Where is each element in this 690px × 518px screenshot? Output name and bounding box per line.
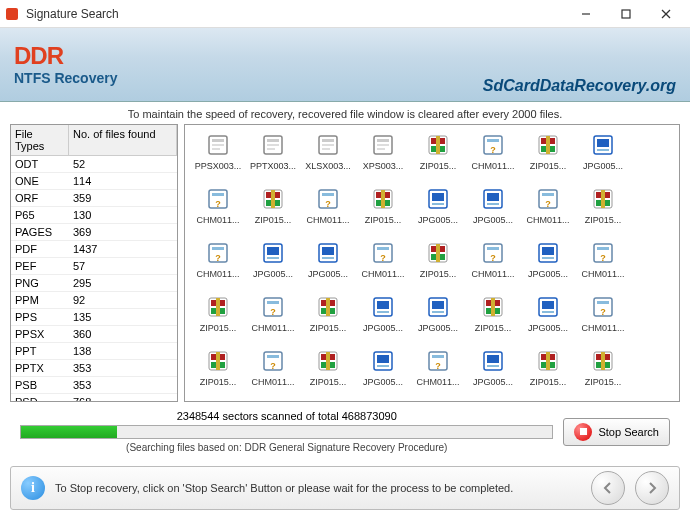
file-item[interactable]: ZIP015...	[246, 185, 300, 235]
chm-file-icon: ?	[369, 239, 397, 267]
file-label: JPG005...	[356, 377, 410, 387]
file-item[interactable]: JPG005...	[301, 239, 355, 289]
file-item[interactable]: JPG005...	[576, 131, 630, 181]
file-type-row[interactable]: PPS135	[11, 309, 177, 326]
file-item[interactable]: ZIP015...	[411, 239, 465, 289]
file-label: JPG005...	[521, 269, 575, 279]
file-item[interactable]: ZIP015...	[466, 293, 520, 343]
file-item[interactable]: ?CHM011...	[466, 131, 520, 181]
svg-rect-67	[267, 257, 279, 259]
file-item[interactable]: ?CHM011...	[356, 239, 410, 289]
file-item[interactable]: XPS003...	[356, 131, 410, 181]
file-item[interactable]: ZIP015...	[356, 185, 410, 235]
file-type-row[interactable]: P65130	[11, 207, 177, 224]
file-count-cell: 369	[69, 224, 177, 240]
file-item[interactable]: ZIP015...	[411, 131, 465, 181]
file-count-cell: 359	[69, 190, 177, 206]
file-item[interactable]: ZIP015...	[576, 347, 630, 397]
svg-rect-26	[487, 139, 499, 142]
back-button[interactable]	[591, 471, 625, 505]
file-item[interactable]: JPG005...	[466, 347, 520, 397]
file-type-row[interactable]: PPSX360	[11, 326, 177, 343]
file-item[interactable]: ?CHM011...	[411, 347, 465, 397]
file-type-row[interactable]: ODT52	[11, 156, 177, 173]
zip-file-icon	[589, 347, 617, 375]
file-item[interactable]: JPG005...	[521, 239, 575, 289]
file-types-panel[interactable]: File Types No. of files found ODT52ONE11…	[10, 124, 178, 402]
progress-text: 2348544 sectors scanned of total 4688730…	[20, 410, 553, 422]
file-label: ZIP015...	[191, 323, 245, 333]
file-item[interactable]: JPG005...	[301, 401, 355, 402]
svg-rect-82	[542, 247, 554, 255]
file-item[interactable]: ZIP015...	[191, 293, 245, 343]
file-label: ZIP015...	[356, 215, 410, 225]
file-type-row[interactable]: ORF359	[11, 190, 177, 207]
file-item[interactable]: PPSX003...	[191, 131, 245, 181]
file-item[interactable]: ZIP015...	[576, 185, 630, 235]
chm-file-icon: ?	[534, 185, 562, 213]
file-count-cell: 114	[69, 173, 177, 189]
file-count-cell: 768	[69, 394, 177, 402]
info-line: To maintain the speed of recovery, recov…	[10, 108, 680, 120]
file-item[interactable]: ZIP015...	[191, 347, 245, 397]
svg-rect-8	[212, 148, 220, 150]
file-item[interactable]: JPG005...	[356, 293, 410, 343]
file-item[interactable]: JPG005...	[466, 185, 520, 235]
file-type-row[interactable]: PPT138	[11, 343, 177, 360]
file-item[interactable]: ?CHM011...	[246, 347, 300, 397]
file-item[interactable]: ?CHM011...	[521, 185, 575, 235]
file-type-row[interactable]: PDF1437	[11, 241, 177, 258]
file-label: JPG005...	[576, 161, 630, 171]
file-item[interactable]: JPG005...	[191, 401, 245, 402]
file-item[interactable]: JPG005...	[411, 293, 465, 343]
svg-text:?: ?	[490, 145, 496, 155]
file-item[interactable]: ?CHM011...	[191, 185, 245, 235]
file-item[interactable]: JPG005...	[576, 401, 630, 402]
file-item[interactable]: ZIP015...	[521, 347, 575, 397]
jpg-file-icon	[479, 185, 507, 213]
file-type-cell: P65	[11, 207, 69, 223]
file-item[interactable]: ?CHM011...	[301, 185, 355, 235]
file-item[interactable]: ?CHM011...	[246, 293, 300, 343]
file-item[interactable]: ?CHM011...	[466, 401, 520, 402]
file-type-row[interactable]: PAGES369	[11, 224, 177, 241]
file-item[interactable]: ZIP015...	[411, 401, 465, 402]
file-item[interactable]: ZIP015...	[521, 401, 575, 402]
minimize-button[interactable]	[566, 0, 606, 28]
stop-search-button[interactable]: Stop Search	[563, 418, 670, 446]
file-item[interactable]: ?CHM011...	[191, 239, 245, 289]
file-type-row[interactable]: ONE114	[11, 173, 177, 190]
file-item[interactable]: JPG005...	[411, 185, 465, 235]
file-item[interactable]: ?CHM011...	[356, 401, 410, 402]
files-panel[interactable]: PPSX003...PPTX003...XLSX003...XPS003...Z…	[184, 124, 680, 402]
close-button[interactable]	[646, 0, 686, 28]
jpg-file-icon	[259, 239, 287, 267]
file-type-row[interactable]: PSB353	[11, 377, 177, 394]
file-type-row[interactable]: PPTX353	[11, 360, 177, 377]
file-item[interactable]: JPG005...	[246, 239, 300, 289]
file-item[interactable]: ZIP015...	[521, 131, 575, 181]
zip-file-icon	[204, 347, 232, 375]
file-item[interactable]: XLSX003...	[301, 131, 355, 181]
maximize-button[interactable]	[606, 0, 646, 28]
file-type-row[interactable]: PSD768	[11, 394, 177, 402]
file-item[interactable]: ?CHM011...	[576, 293, 630, 343]
file-types-header-col1: File Types	[11, 125, 69, 155]
svg-rect-133	[487, 365, 499, 367]
svg-rect-66	[267, 247, 279, 255]
file-item[interactable]: ZIP015...	[301, 293, 355, 343]
file-item[interactable]: JPG005...	[521, 293, 575, 343]
file-item[interactable]: ZIP015...	[301, 347, 355, 397]
file-item[interactable]: PPTX003...	[246, 131, 300, 181]
file-type-row[interactable]: PPM92	[11, 292, 177, 309]
file-item[interactable]: ?CHM011...	[246, 401, 300, 402]
file-item[interactable]: ?CHM011...	[466, 239, 520, 289]
logo-sub: NTFS Recovery	[14, 70, 117, 86]
file-type-row[interactable]: PEF57	[11, 258, 177, 275]
forward-button[interactable]	[635, 471, 669, 505]
file-item[interactable]: JPG005...	[356, 347, 410, 397]
file-type-row[interactable]: PNG295	[11, 275, 177, 292]
svg-text:?: ?	[490, 253, 496, 263]
svg-rect-69	[322, 247, 334, 255]
file-item[interactable]: ?CHM011...	[576, 239, 630, 289]
